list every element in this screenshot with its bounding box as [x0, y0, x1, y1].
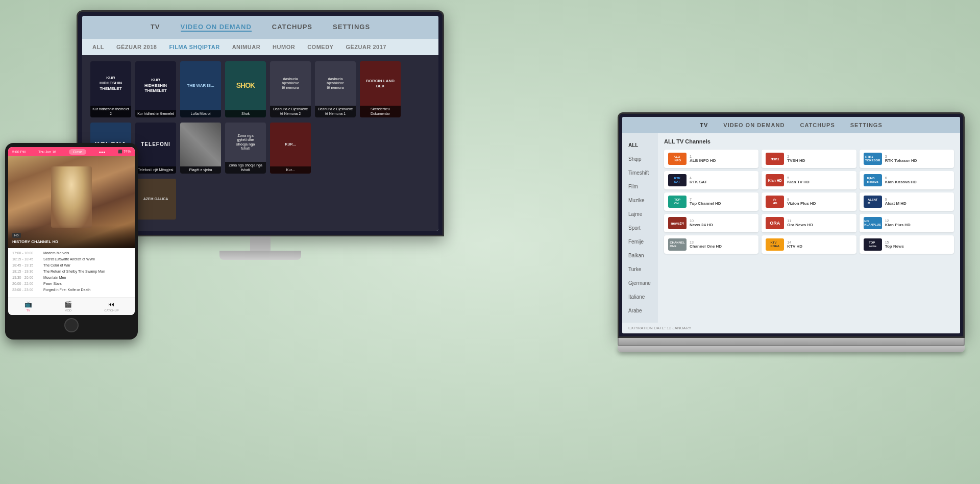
channel-number: 1: [690, 155, 716, 158]
tablet-bottom-nav: 📺 TV 🎬 VOD ⏮ CATCHUP: [8, 297, 135, 315]
movie-title: Dashuria e Bjeshkëve të Nemuna 1: [315, 106, 356, 117]
movie-card[interactable]: KURHIDHESHINTHEMELET Kur hidheshin theme…: [135, 61, 176, 117]
channel-name: Ora News HD: [787, 223, 813, 228]
sidebar-item-lajme[interactable]: Lajme: [622, 207, 658, 221]
laptop-bottom-bezel: [618, 338, 965, 346]
schedule-show[interactable]: Pawn Stars: [43, 282, 62, 285]
laptop-nav-catchups[interactable]: CATCHUPS: [800, 122, 835, 128]
channel-item[interactable]: Klan HD 5 Klan TV HD: [762, 171, 856, 189]
movie-title: Telefoni i një Mëngjesi: [135, 166, 176, 174]
channel-item[interactable]: ORA 11 Ora News HD: [762, 214, 856, 232]
sidebar-item-film[interactable]: Film: [622, 180, 658, 193]
movie-title: Shok: [225, 110, 266, 117]
sidebar-item-muzike[interactable]: Muzike: [622, 193, 658, 207]
movie-card[interactable]: Plagët e vjetra: [180, 123, 221, 174]
channel-item[interactable]: V+HD 8 Vizion Plus HD: [762, 192, 856, 211]
cat-comedy[interactable]: COMEDY: [307, 44, 333, 50]
cat-humor[interactable]: HUMOR: [273, 44, 295, 50]
monitor-nav-tv[interactable]: TV: [151, 23, 160, 32]
sidebar-item-shqip[interactable]: Shqip: [622, 152, 658, 166]
channel-logo: HDKLANPLUS: [864, 217, 882, 229]
channel-name: TVSH HD: [787, 158, 805, 163]
sidebar-item-gjermane[interactable]: Gjermane: [622, 276, 658, 290]
laptop-keyboard: [618, 346, 965, 352]
movie-title: Plagët e vjetra: [180, 166, 221, 174]
laptop-nav-settings[interactable]: SETTINGS: [850, 122, 883, 128]
channel-number: 6: [885, 176, 917, 180]
schedule-item: 18:45 - 19:15 The Color of War: [12, 263, 131, 267]
channel-number: 8: [787, 198, 816, 201]
channel-item[interactable]: RTKSAT 4 RTK SAT: [664, 171, 758, 189]
sidebar-item-femije[interactable]: Femije: [622, 235, 658, 249]
movie-title: Skenderbeu Dokumentar: [360, 106, 401, 117]
movie-title: Kur...: [270, 166, 311, 174]
movie-card[interactable]: Zona ngagyteti dheshoqja ngafshati Zona …: [225, 123, 266, 174]
channel-item[interactable]: HDKLANPLUS 12 Klan Plus HD: [860, 214, 954, 232]
channel-number: 7: [690, 198, 721, 201]
movie-card[interactable]: TELEFONI Telefoni i një Mëngjesi: [135, 123, 176, 174]
movie-card[interactable]: SHOK Shok: [225, 61, 266, 117]
schedule-show[interactable]: Modern Marvels: [43, 251, 69, 255]
monitor-nav-catchups[interactable]: CATCHUPS: [272, 23, 312, 32]
channel-item[interactable]: news24 10 News 24 HD: [664, 214, 758, 232]
sidebar-item-arabe[interactable]: Arabe: [622, 304, 658, 318]
cat-all[interactable]: ALL: [92, 44, 104, 50]
tablet-nav-vod[interactable]: 🎬 VOD: [64, 301, 72, 312]
movie-card[interactable]: AZEM GALICA: [135, 179, 176, 220]
channel-item[interactable]: KTVKOHA 14 KTV HD: [762, 235, 856, 254]
cat-gezuar2018[interactable]: GËZUAR 2018: [116, 44, 157, 50]
sidebar-item-timeshift[interactable]: Timeshift: [622, 166, 658, 180]
laptop-screen: TV VIDEO ON DEMAND CATCHUPS SETTINGS ALL…: [622, 117, 960, 333]
laptop-nav-tv[interactable]: TV: [700, 122, 708, 128]
channel-item[interactable]: rtsh1 2 TVSH HD: [762, 150, 856, 168]
channel-name: Alsat M HD: [885, 201, 906, 206]
channel-item[interactable]: RTK1TOKESOR 3 RTK Tokasor HD: [860, 150, 954, 168]
monitor-nav-vod[interactable]: VIDEO ON DEMAND: [181, 23, 252, 32]
sidebar-item-all[interactable]: ALL: [622, 138, 658, 152]
movie-card[interactable]: KURHIDHESHINTHEMELET Kur hidheshin theme…: [90, 61, 131, 117]
movie-card[interactable]: THE WAR IS... Lufta Mbaroi: [180, 61, 221, 117]
schedule-show[interactable]: Secret Luftwaffe Aircraft of WWII: [43, 257, 95, 261]
sidebar-item-balkan[interactable]: Balkan: [622, 249, 658, 262]
channel-item[interactable]: ALSATM 9 Alsat M HD: [860, 192, 954, 211]
movie-card[interactable]: dashuriabjeshkëvetë nemura Dashuria e Bj…: [270, 61, 311, 117]
tablet-hero-image[interactable]: HD HISTORY CHANNEL HD: [8, 156, 135, 248]
channel-name: Klan Plus HD: [885, 223, 911, 228]
channel-number: 14: [787, 240, 802, 244]
movie-card[interactable]: KUR... Kur...: [270, 123, 311, 174]
schedule-show[interactable]: The Return of Shelby The Swamp Man: [43, 270, 105, 273]
laptop-screen-wrap: TV VIDEO ON DEMAND CATCHUPS SETTINGS ALL…: [618, 112, 965, 338]
movie-card[interactable]: dashuriabjeshkëvetë nemura Dashuria e Bj…: [315, 61, 356, 117]
schedule-show[interactable]: The Color of War: [43, 263, 70, 267]
schedule-show[interactable]: Mountain Men: [43, 276, 66, 279]
tablet-nav-tv[interactable]: 📺 TV: [24, 301, 32, 312]
channel-name: RTK Tokasor HD: [885, 158, 917, 163]
cat-animuar[interactable]: ANIMUAR: [232, 44, 260, 50]
movie-card[interactable]: BORCIN LANDBEX Skenderbeu Dokumentar: [360, 61, 401, 117]
tablet-nav-catchup[interactable]: ⏮ CATCHUP: [104, 301, 119, 312]
sidebar-item-sport[interactable]: Sport: [622, 221, 658, 235]
schedule-show[interactable]: Forged in Fire: Knife or Death: [43, 288, 90, 292]
channel-item[interactable]: K|HDKosova 6 Klan Kosova HD: [860, 171, 954, 189]
channel-number: 10: [690, 219, 713, 223]
laptop-nav-vod[interactable]: VIDEO ON DEMAND: [723, 122, 785, 128]
monitor-nav-settings[interactable]: SETTINGS: [333, 23, 370, 32]
channel-item[interactable]: ALBINFO 1 ALB INFO HD: [664, 150, 758, 168]
cat-filma[interactable]: FILMA SHQIPTAR: [169, 44, 219, 50]
movie-title: Lufta Mbaroi: [180, 110, 221, 117]
cat-gezuar2017[interactable]: GËZUAR 2017: [346, 44, 386, 50]
tablet-close-button[interactable]: Close: [69, 149, 86, 155]
channel-item[interactable]: TOPnews 15 Top News: [860, 235, 954, 254]
schedule-time: 18:45 - 19:15: [12, 263, 40, 267]
tablet-nav-tv-label: TV: [26, 309, 30, 312]
channel-number: 2: [787, 155, 805, 158]
channel-item[interactable]: CHANNELONE 13 Channel One HD: [664, 235, 758, 254]
channel-item[interactable]: TOPCH 7 Top Channel HD: [664, 192, 758, 211]
tablet-home-button[interactable]: [64, 318, 79, 332]
sidebar-item-italiane[interactable]: Italiane: [622, 290, 658, 304]
tablet-date: Thu Jun 16: [38, 150, 56, 154]
sidebar-item-turke[interactable]: Turke: [622, 262, 658, 276]
schedule-item: 17:00 - 18:00 Modern Marvels: [12, 251, 131, 255]
tablet-device: 5:00 PM Thu Jun 16 Close ●●● ⬛ 74% HD HI…: [5, 143, 138, 340]
tablet-channel-badge: HD: [12, 233, 21, 238]
